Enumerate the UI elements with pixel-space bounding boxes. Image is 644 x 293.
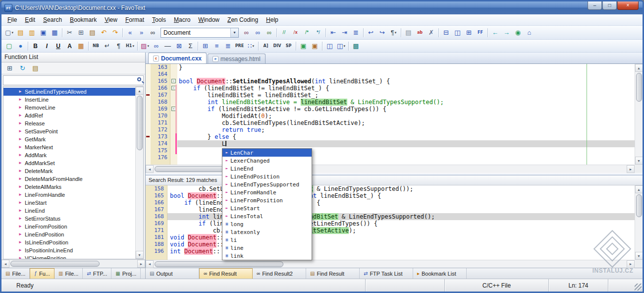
line-number[interactable]: 170 — [151, 113, 170, 119]
refresh-icon[interactable]: ↻ — [17, 63, 28, 74]
line-number[interactable]: 172 — [151, 126, 170, 133]
marker-margin[interactable] — [146, 119, 151, 126]
underline-icon[interactable]: U — [53, 41, 64, 52]
maximize-button[interactable]: □ — [602, 1, 617, 10]
scrollbar-thumb[interactable] — [10, 261, 100, 267]
scroll-up-icon[interactable]: ▲ — [635, 64, 643, 72]
settings-tools-icon[interactable]: ✗ — [426, 27, 437, 38]
color-palette-icon[interactable]: ▨▾ — [139, 41, 151, 52]
line-number[interactable]: 167 — [151, 92, 170, 99]
editor-body[interactable]: 163}164165-bool Document::SetLineEndType… — [146, 64, 635, 165]
search-result-row[interactable]: 165bool Document::SetLineEndTypesAllowed… — [146, 192, 635, 199]
background-color-icon[interactable]: ▦ — [75, 41, 87, 52]
cut-icon[interactable]: ✂ — [64, 27, 75, 38]
autocomplete-item[interactable]: ►LineEndTypesSupported — [222, 180, 312, 188]
dropdown-arrow-icon[interactable]: ▾ — [147, 44, 149, 48]
heading-1-icon[interactable]: H1▾ — [124, 41, 136, 52]
new-html-icon[interactable]: ▢ — [3, 41, 15, 52]
autocomplete-item[interactable]: ►LineFromHandle — [222, 188, 312, 196]
document-combobox[interactable]: Document ▼ — [161, 28, 239, 38]
code-text[interactable]: int lineEndBitSetActive = lineEndBitSet … — [177, 99, 635, 106]
next-document-icon[interactable]: » — [136, 27, 147, 38]
results-hscrollbar[interactable]: ◄ ► — [146, 260, 635, 268]
find-previous-icon[interactable]: ∞ — [264, 27, 275, 38]
find-in-files-icon[interactable]: ∞ — [241, 27, 252, 38]
output-tab-find-result[interactable]: ∞Find Result — [199, 268, 253, 279]
insert-photo-icon[interactable]: ▣ — [309, 41, 321, 52]
line-number[interactable]: 169 — [151, 106, 170, 113]
function-list-item[interactable]: ►LineStart — [3, 199, 135, 207]
panel-tab-fu-[interactable]: ƒFu... — [30, 268, 54, 279]
function-list-item[interactable]: ►MarkerNext — [3, 143, 135, 151]
code-text[interactable] — [177, 71, 635, 78]
code-text[interactable]: cb.SetLineEndTypes(lineEndBitSetActive); — [177, 119, 635, 126]
tree-mode-icon[interactable]: ⊞ — [4, 63, 15, 74]
autocomplete-item[interactable]: ▣link — [222, 252, 312, 260]
marker-margin[interactable] — [146, 147, 151, 154]
function-list-item[interactable]: ►AddMarkSet — [3, 159, 135, 167]
code-text[interactable]: bool Document::SetLineEndTypesAllowed(in… — [177, 78, 635, 85]
combobox-dropdown-icon[interactable]: ▼ — [230, 28, 238, 37]
split-vertical-icon[interactable]: ◫ — [452, 27, 463, 38]
insert-symbol-icon[interactable]: Σ — [185, 41, 196, 52]
function-list-item[interactable]: ►GetMark — [3, 135, 135, 143]
function-list-item[interactable]: ►DeleteMark — [3, 167, 135, 175]
preformatted-icon[interactable]: PRE — [234, 41, 245, 52]
save-icon[interactable]: ▣ — [38, 27, 49, 38]
function-list-item[interactable]: ►AddRef — [3, 112, 135, 119]
line-number[interactable]: 174 — [151, 140, 170, 147]
function-list-item[interactable]: ►IsLineEndPosition — [3, 238, 135, 246]
output-tab-output[interactable]: ▤Output — [146, 268, 199, 279]
marker-margin[interactable] — [146, 92, 151, 99]
fold-margin[interactable] — [170, 64, 177, 71]
navigate-forward-icon[interactable]: → — [501, 27, 512, 38]
scroll-down-icon[interactable]: ▼ — [635, 252, 643, 260]
function-list-item[interactable]: ►LineFromPosition — [3, 223, 135, 231]
fold-margin[interactable]: - — [170, 106, 177, 113]
panel-tab-proj-[interactable]: ▦Proj... — [111, 268, 141, 279]
scrollbar-thumb[interactable] — [155, 261, 283, 267]
autocomplete-item[interactable]: ►LineEndPosition — [222, 173, 312, 180]
fold-margin[interactable] — [170, 154, 177, 161]
menu-window[interactable]: Window — [194, 15, 223, 25]
scroll-left-icon[interactable]: ◄ — [146, 260, 154, 268]
format-lines-icon[interactable]: ≣ — [350, 27, 362, 38]
search-result-row[interactable]: 171 cb.SetLineEndTypes(lineEndBitSetActi… — [146, 227, 635, 234]
panel-tab-ftp-[interactable]: ⇄FTP... — [83, 268, 111, 279]
search-result-row[interactable]: 181void Document:: — [146, 234, 635, 241]
marker-margin[interactable] — [146, 99, 151, 106]
frames-icon[interactable]: ◫ — [324, 41, 335, 52]
navigate-back-icon[interactable]: ← — [489, 27, 501, 38]
function-list-item[interactable]: ►LineFromHandle — [3, 191, 135, 199]
uncomment-line-icon[interactable]: /x — [290, 27, 301, 38]
non-breaking-space-icon[interactable]: NB — [90, 41, 102, 52]
function-list-item[interactable]: ►VCHomePosition — [3, 254, 135, 259]
autocomplete-item[interactable]: ►LinesTotal — [222, 212, 312, 220]
properties-icon[interactable]: ▤ — [30, 63, 41, 74]
comment-line-icon[interactable]: // — [278, 27, 290, 38]
marker-margin[interactable] — [146, 126, 151, 133]
fold-margin[interactable] — [170, 92, 177, 99]
scroll-down-icon[interactable]: ▼ — [136, 251, 144, 259]
code-text[interactable]: lineEndBitSet = lineEndBitSet_; — [177, 92, 635, 99]
fold-margin[interactable] — [170, 71, 177, 78]
function-list-hscrollbar[interactable]: ◄ ► — [1, 259, 145, 268]
code-text[interactable]: L — [177, 140, 635, 147]
search-result-row[interactable]: 188void Document:: — [146, 241, 635, 248]
fold-margin[interactable] — [170, 113, 177, 119]
browser-preview-icon[interactable]: ● — [15, 41, 26, 52]
scroll-left-icon[interactable]: ◄ — [146, 165, 154, 173]
block-comment-icon[interactable]: /* — [301, 27, 313, 38]
align-center-icon[interactable]: ≡ — [211, 41, 222, 52]
menu-zen-coding[interactable]: Zen Coding — [223, 15, 262, 25]
marker-margin[interactable] — [146, 106, 151, 113]
fold-margin[interactable] — [170, 126, 177, 133]
function-list-item[interactable]: ►LineEndPosition — [3, 231, 135, 238]
menu-bookmark[interactable]: Bookmark — [66, 15, 101, 25]
align-justify-icon[interactable]: ≣ — [222, 41, 234, 52]
menu-macro[interactable]: Macro — [170, 15, 194, 25]
function-list-item[interactable]: ►SetSavePoint — [3, 127, 135, 135]
scroll-left-icon[interactable]: ◄ — [1, 260, 9, 268]
dropdown-arrow-icon[interactable]: ▾ — [252, 44, 254, 48]
scrollbar-thumb[interactable] — [636, 73, 642, 102]
